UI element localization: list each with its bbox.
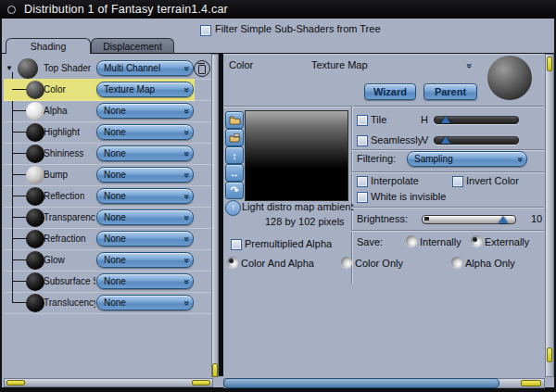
channel-type-dropdown[interactable]: None » [96,124,194,140]
scroll-handle-top[interactable] [547,57,552,71]
texture-map-preview[interactable] [245,110,348,201]
detail-scrollbar-thumb[interactable] [223,378,499,388]
tree-branch-line [12,238,26,239]
channel-type-dropdown[interactable]: None » [96,273,194,289]
tab-displacement[interactable]: Displacement [91,38,174,54]
radio-save-internally[interactable] [406,235,417,247]
channel-type-dropdown[interactable]: None » [96,252,194,268]
channel-preview-sphere[interactable] [26,251,44,270]
tree-row[interactable]: ▼ Color Texture Map » [4,79,211,101]
tree-row-label: Refraction [44,234,86,244]
tree-row-label: Glow [44,255,65,265]
channel-type-dropdown[interactable]: Texture Map » [96,82,194,97]
detail-vertical-scrollbar[interactable] [545,54,554,377]
brightness-slider[interactable] [422,215,516,224]
filter-subshaders-checkbox[interactable] [200,25,211,36]
tree-row-label: Shininess [44,148,83,158]
tree-branch-line [12,174,26,175]
tree-row[interactable]: ▼ Glow None » [4,249,211,272]
h-scale-slider[interactable] [434,116,519,124]
flip-vertical-button[interactable]: ↕ [225,146,244,164]
filtering-dropdown[interactable]: Sampling » [407,151,527,167]
radio-alpha-only[interactable] [451,257,462,268]
detail-horizontal-scrollbar[interactable] [223,378,545,388]
channel-type-dropdown[interactable]: None » [96,145,194,161]
radio-color-and-alpha[interactable] [227,257,238,268]
window-close-icon[interactable] [7,6,16,14]
channel-type-dropdown[interactable]: Multi Channel » [96,60,194,76]
reload-file-button[interactable] [225,129,244,146]
tree-row[interactable]: ▼ Top Shader Multi Channel » [4,57,211,80]
tree-horizontal-scrollbar[interactable] [4,378,213,387]
filtering-value: Sampling [408,154,517,164]
channel-preview-sphere[interactable] [26,123,44,142]
tree-row-label: Translucency [44,297,95,308]
v-scale-slider[interactable] [434,136,519,145]
tree-branch-line [12,281,26,282]
radio-save-externally[interactable] [471,235,482,247]
tree-row[interactable]: ▼ Subsurface Sc None » [4,271,211,293]
interpolate-checkbox[interactable] [357,176,368,187]
tree-row[interactable]: ▼ Highlight None » [4,121,211,144]
channel-type-dropdown[interactable]: None » [96,167,194,183]
tree-row-label: Color [44,84,66,95]
flip-horizontal-button[interactable]: ↔ [225,164,244,182]
channel-preview-sphere[interactable] [26,230,44,248]
tree-scroll-handle[interactable] [212,363,218,377]
channel-preview-sphere[interactable] [26,166,44,184]
tree-row-label: Top Shader [44,63,91,73]
chevron-down-icon: » [182,108,191,114]
detail-channel-label: Color [229,59,253,70]
channel-preview-sphere[interactable] [26,272,44,291]
channel-preview-sphere[interactable] [26,81,44,99]
tree-row[interactable]: ▼ Reflection None » [4,185,211,208]
channel-type-dropdown[interactable]: None » [96,209,194,225]
seamlessly-checkbox[interactable] [357,135,368,146]
tree-branch-line [12,132,26,133]
radio-color-only[interactable] [341,257,352,268]
tree-row[interactable]: ▼ Shininess None » [4,143,211,165]
tree-vertical-scrollbar[interactable] [211,54,219,377]
v-slider-thumb[interactable] [441,136,450,144]
scroll-handle-right[interactable] [521,380,541,386]
channel-preview-sphere[interactable] [26,294,44,312]
upload-map-button[interactable]: ↑ [225,200,241,216]
premultiplied-alpha-checkbox[interactable] [231,239,242,250]
scroll-handle-right[interactable] [192,380,210,386]
tree-row[interactable]: ▼ Alpha None » [4,100,211,122]
channel-preview-sphere[interactable] [26,145,44,163]
tile-checkbox[interactable] [357,115,368,126]
tree-row[interactable]: ▼ Transparency None » [4,207,211,229]
white-invisible-checkbox[interactable] [357,192,368,203]
h-slider-thumb[interactable] [441,116,450,123]
chevron-down-icon: » [182,66,191,71]
scroll-handle-bottom[interactable] [547,348,552,362]
brightness-label: Brightness: [357,213,408,224]
tree-row[interactable]: ▼ Bump None » [4,164,211,186]
wizard-button[interactable]: Wizard [364,83,416,100]
invert-color-checkbox[interactable] [452,176,463,187]
channel-type-dropdown[interactable]: None » [96,295,194,310]
expander-triangle-icon[interactable]: ▼ [6,64,13,72]
tab-shading[interactable]: Shading [6,38,91,54]
tree-row[interactable]: ▼ Refraction None » [4,228,211,250]
channel-type-dropdown[interactable]: None » [96,103,194,119]
parent-button[interactable]: Parent [423,83,477,100]
channel-type-dropdown[interactable]: None » [96,231,194,247]
channel-preview-sphere[interactable] [26,187,44,206]
tree-row[interactable]: ▼ Translucency None » [4,292,211,314]
chevron-down-icon: » [182,300,191,306]
channel-type-dropdown[interactable]: None » [96,188,194,204]
scroll-handle-left[interactable] [6,380,25,386]
brightness-slider-thumb[interactable] [499,216,508,223]
channel-preview-sphere[interactable] [18,58,38,79]
open-file-button[interactable] [225,111,244,129]
channel-preview-sphere[interactable] [26,102,44,120]
detail-type-label: Texture Map [311,59,368,70]
type-selector-chevron-icon[interactable]: » [464,63,474,69]
titlebar[interactable]: Distribution 1 of Fantasy terrain1.4.car [0,0,556,19]
delete-shader-button[interactable] [194,60,210,77]
channel-preview-sphere[interactable] [26,209,44,227]
rotate-button[interactable]: ↷ [225,182,244,199]
flip-vertical-icon: ↕ [232,150,237,161]
